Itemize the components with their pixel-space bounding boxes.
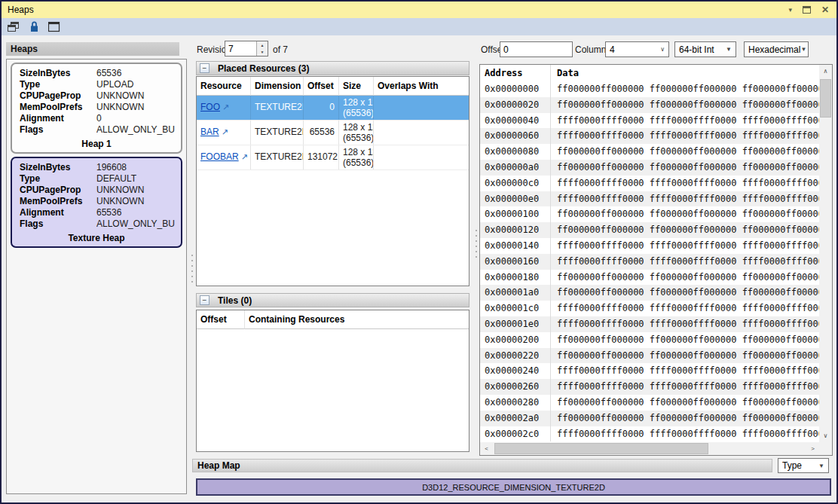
memory-row[interactable]: 0x00000180ff000000ff000000 ff000000ff000… — [480, 270, 819, 286]
spinner-up-icon[interactable]: ▲ — [257, 41, 268, 49]
revision-input[interactable] — [225, 41, 256, 56]
spinner-down-icon[interactable]: ▼ — [257, 49, 268, 57]
column-header[interactable]: Size — [339, 77, 374, 96]
memory-row[interactable]: 0x000000c0ffff0000ffff0000 ffff0000ffff0… — [480, 176, 819, 191]
tiles-header: − Tiles (0) — [196, 293, 469, 307]
memory-row[interactable]: 0x00000160ffff0000ffff0000 ffff0000ffff0… — [480, 254, 819, 270]
column-header[interactable]: Offset — [304, 77, 339, 96]
memory-row[interactable]: 0x000000e0ffff0000ffff0000 ffff0000ffff0… — [480, 191, 819, 207]
resource-link[interactable]: BAR — [200, 127, 219, 137]
memory-row[interactable]: 0x00000000ff000000ff000000 ff000000ff000… — [480, 81, 819, 97]
memory-row[interactable]: 0x00000140ffff0000ffff0000 ffff0000ffff0… — [480, 238, 819, 254]
cascade-windows-icon[interactable] — [7, 20, 20, 34]
column-header[interactable]: Containing Resources — [245, 310, 469, 329]
size-cell: 128 x 128(65536) — [339, 145, 374, 170]
lock-icon[interactable] — [27, 20, 41, 34]
collapse-tiles-icon[interactable]: − — [200, 295, 210, 305]
vertical-scroll-thumb[interactable] — [820, 79, 831, 118]
memory-data: ff000000ff000000 ff000000ff000000 ff0000… — [551, 411, 819, 426]
memory-row[interactable]: 0x000002a0ff000000ff000000 ff000000ff000… — [480, 411, 819, 426]
heap-field-value: 65536 — [96, 68, 175, 79]
column-header[interactable]: Offset — [197, 310, 245, 329]
memory-address: 0x00000240 — [480, 363, 551, 379]
memory-address: 0x00000040 — [480, 113, 551, 129]
memory-data: ffff0000ffff0000 ffff0000ffff0000 ffff00… — [551, 238, 819, 254]
column-header[interactable]: Dimension — [251, 77, 304, 96]
maximize-icon[interactable] — [803, 6, 811, 14]
memory-row[interactable]: 0x000001e0ffff0000ffff0000 ffff0000ffff0… — [480, 316, 819, 332]
format-select[interactable]: Hexadecimal ▼ — [744, 41, 809, 57]
heap-card[interactable]: SizeInBytes65536TypeUPLOADCPUPagePropUNK… — [11, 63, 182, 154]
revision-stepper[interactable]: ▲ ▼ — [225, 41, 268, 57]
goto-arrow-icon[interactable]: ↗ — [241, 152, 248, 162]
table-row[interactable]: BAR↗TEXTURE2D65536128 x 128(65536) — [197, 121, 469, 145]
scroll-right-icon[interactable]: > — [806, 442, 819, 455]
overlaps-cell — [374, 96, 469, 120]
scroll-down-icon[interactable]: ∨ — [819, 429, 832, 442]
heap-map-header: Heap Map — [192, 459, 772, 472]
window-frame-icon[interactable] — [47, 20, 61, 34]
collapse-placed-resources-icon[interactable]: − — [200, 63, 210, 73]
scroll-left-icon[interactable]: < — [480, 442, 493, 455]
memory-address: 0x00000260 — [480, 379, 551, 395]
heap-title: Heap 1 — [12, 139, 181, 149]
memory-row[interactable]: 0x000001a0ff000000ff000000 ff000000ff000… — [480, 285, 819, 301]
heap-field-value: 65536 — [96, 207, 175, 218]
memory-row[interactable]: 0x00000200ff000000ff000000 ff000000ff000… — [480, 332, 819, 348]
dimension-cell: TEXTURE2D — [251, 121, 304, 145]
title-bar[interactable]: Heaps ▾ ✕ — [2, 2, 836, 18]
memory-row[interactable]: 0x00000280ff000000ff000000 ff000000ff000… — [480, 395, 819, 411]
tiles-column-headers: OffsetContaining Resources — [197, 310, 469, 329]
scroll-up-icon[interactable]: ∧ — [819, 65, 832, 78]
heap-field: MemPoolPrefsUNKNOWN — [12, 102, 181, 113]
resource-link[interactable]: FOO — [200, 102, 220, 112]
horizontal-scroll-thumb[interactable] — [494, 443, 708, 454]
memory-row[interactable]: 0x00000060ffff0000ffff0000 ffff0000ffff0… — [480, 128, 819, 144]
heap-map-segment[interactable]: D3D12_RESOURCE_DIMENSION_TEXTURE2D — [196, 478, 831, 496]
size-line: 128 x 128 — [343, 122, 369, 133]
heap-list: SizeInBytes65536TypeUPLOADCPUPagePropUNK… — [6, 59, 187, 494]
memory-row[interactable]: 0x00000020ff000000ff000000 ff000000ff000… — [480, 97, 819, 113]
tiles-table: OffsetContaining Resources — [196, 310, 469, 452]
left-splitter-handle[interactable] — [191, 255, 194, 283]
horizontal-scrollbar[interactable]: < > — [480, 442, 819, 455]
heap-field-value: ALLOW_ONLY_BU... — [96, 124, 175, 136]
memory-address: 0x00000000 — [480, 81, 551, 97]
columns-select[interactable]: 4 ∨ — [605, 41, 669, 57]
memory-address: 0x000002c0 — [480, 426, 551, 442]
scrollbar-corner — [819, 442, 832, 455]
goto-arrow-icon[interactable]: ↗ — [222, 102, 229, 112]
resource-link[interactable]: FOOBAR — [200, 151, 239, 162]
memory-row[interactable]: 0x000000a0ff000000ff000000 ff000000ff000… — [480, 160, 819, 176]
memory-row[interactable]: 0x00000100ff000000ff000000 ff000000ff000… — [480, 206, 819, 222]
memory-row[interactable]: 0x00000240ffff0000ffff0000 ffff0000ffff0… — [480, 363, 819, 379]
table-row[interactable]: FOOBAR↗TEXTURE2D131072128 x 128(65536) — [197, 145, 469, 170]
memory-row[interactable]: 0x00000260ffff0000ffff0000 ffff0000ffff0… — [480, 379, 819, 395]
memory-row[interactable]: 0x00000120ff000000ff000000 ff000000ff000… — [480, 222, 819, 238]
memory-row[interactable]: 0x00000040ffff0000ffff0000 ffff0000ffff0… — [480, 113, 819, 129]
table-row[interactable]: FOO↗TEXTURE2D0128 x 128(65536) — [197, 96, 469, 121]
column-header[interactable]: Resource — [197, 77, 251, 96]
memory-row[interactable]: 0x00000220ff000000ff000000 ff000000ff000… — [480, 348, 819, 364]
memory-address: 0x00000280 — [480, 395, 551, 411]
goto-arrow-icon[interactable]: ↗ — [222, 127, 228, 137]
overlaps-cell — [374, 121, 469, 145]
heap-field-label: SizeInBytes — [20, 68, 96, 79]
data-width-select[interactable]: 64-bit Int ▼ — [674, 41, 736, 57]
column-header[interactable]: Overlaps With — [374, 77, 469, 96]
heap-field-label: CPUPageProp — [20, 90, 96, 102]
placed-resources-rows: FOO↗TEXTURE2D0128 x 128(65536)BAR↗TEXTUR… — [197, 96, 469, 170]
offset-input[interactable] — [500, 41, 573, 57]
window-menu-icon[interactable]: ▾ — [788, 7, 792, 14]
memory-row[interactable]: 0x00000080ff000000ff000000 ff000000ff000… — [480, 144, 819, 160]
memory-row[interactable]: 0x000002c0ffff0000ffff0000 ffff0000ffff0… — [480, 426, 819, 442]
heap-map-type-select[interactable]: Type ▼ — [778, 458, 829, 473]
close-icon[interactable]: ✕ — [821, 5, 829, 14]
vertical-scrollbar[interactable]: ∧ ∨ — [819, 65, 832, 442]
memory-row[interactable]: 0x000001c0ffff0000ffff0000 ffff0000ffff0… — [480, 301, 819, 316]
heap-field-label: Alignment — [20, 113, 96, 124]
heap-card[interactable]: SizeInBytes196608TypeDEFAULTCPUPagePropU… — [11, 157, 182, 248]
dropdown-arrow-icon: ▼ — [818, 463, 824, 469]
memory-table: Address Data 0x00000000ff000000ff000000 … — [479, 64, 833, 456]
memory-data: ff000000ff000000 ff000000ff000000 ff0000… — [551, 222, 819, 238]
